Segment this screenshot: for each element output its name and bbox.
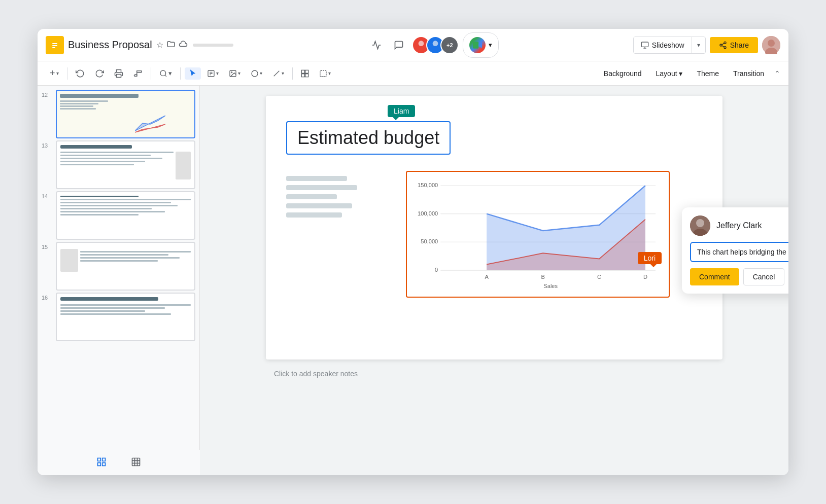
slide-item-15[interactable]: 15 — [42, 242, 195, 291]
share-btn[interactable]: Share — [710, 37, 758, 53]
insert-arrow: ▾ — [56, 70, 59, 76]
slideshow-dropdown-btn[interactable]: ▾ — [692, 38, 705, 53]
svg-rect-60 — [102, 458, 106, 461]
slide-number-12: 12 — [42, 90, 52, 98]
line-btn[interactable]: ▾ — [268, 67, 288, 80]
slide-thumb-16[interactable] — [56, 293, 195, 341]
meet-label: ▾ — [489, 41, 492, 49]
svg-text:100,000: 100,000 — [418, 210, 438, 217]
slide-item-16[interactable]: 16 — [42, 293, 195, 341]
slide-item-14[interactable]: 14 — [42, 191, 195, 240]
svg-line-16 — [721, 46, 724, 47]
slide-grid-view-btn[interactable] — [127, 453, 145, 473]
star-icon[interactable]: ☆ — [156, 40, 163, 50]
comment-cancel-btn[interactable]: Cancel — [743, 268, 785, 285]
activity-icon-btn[interactable] — [367, 36, 386, 54]
shape-arrow: ▾ — [260, 70, 262, 76]
format-paint-btn[interactable] — [129, 67, 147, 80]
user-avatar[interactable] — [762, 36, 780, 54]
slide-thumb-14[interactable] — [56, 191, 195, 240]
slide-title-box[interactable]: Estimated budget — [286, 121, 451, 155]
slideshow-btn-group: Slideshow ▾ — [633, 37, 706, 54]
svg-line-17 — [721, 43, 724, 45]
comments-icon-btn[interactable] — [390, 36, 408, 54]
svg-point-19 — [768, 40, 775, 47]
svg-text:D: D — [643, 274, 647, 280]
undo-btn[interactable] — [72, 67, 89, 80]
slideshow-main-btn[interactable]: Slideshow — [634, 37, 692, 53]
meet-btn[interactable]: ▾ — [463, 32, 499, 58]
comment-input[interactable] — [690, 242, 788, 262]
svg-point-13 — [724, 42, 726, 44]
svg-rect-33 — [301, 70, 304, 73]
speaker-notes[interactable]: Click to add speaker notes — [266, 364, 722, 384]
shape-btn[interactable]: ▾ — [247, 67, 266, 80]
svg-text:50,000: 50,000 — [421, 238, 438, 244]
svg-point-5 — [417, 46, 426, 51]
image-arrow: ▾ — [238, 70, 240, 76]
background-btn[interactable]: Background — [600, 67, 646, 80]
svg-rect-1 — [52, 43, 57, 44]
svg-rect-2 — [52, 45, 57, 46]
editor-area: Liam Estimated budget — [200, 86, 788, 475]
zoom-label: ▾ — [168, 69, 172, 77]
slides-panel: 12 — [38, 86, 200, 475]
app-icon — [46, 36, 64, 54]
slide-number-16: 16 — [42, 293, 52, 301]
slide-thumb-12[interactable] — [56, 90, 195, 138]
theme-btn[interactable]: Theme — [693, 67, 723, 80]
image-btn[interactable]: ▾ — [225, 67, 245, 80]
transition-btn[interactable]: Transition — [729, 67, 768, 80]
svg-rect-62 — [102, 463, 106, 466]
header: Business Proposal ☆ — [38, 29, 788, 61]
slide-number-13: 13 — [42, 140, 52, 149]
avatar-more[interactable]: +2 — [440, 36, 459, 54]
comment-avatar — [690, 215, 710, 236]
last-saved — [193, 44, 233, 47]
slide-canvas[interactable]: Liam Estimated budget — [266, 96, 722, 359]
svg-point-30 — [231, 71, 232, 73]
svg-rect-34 — [305, 70, 308, 73]
redo-btn[interactable] — [91, 67, 108, 80]
cloud-icon[interactable] — [179, 40, 188, 51]
doc-title[interactable]: Business Proposal — [68, 39, 152, 51]
print-btn[interactable] — [110, 67, 127, 80]
slides-panel-footer — [38, 450, 200, 475]
svg-rect-36 — [305, 74, 308, 77]
svg-point-31 — [252, 70, 258, 77]
separator-3 — [180, 67, 181, 80]
comment-submit-btn[interactable]: Comment — [690, 268, 739, 285]
slide-list-view-btn[interactable] — [92, 453, 111, 473]
separator-1 — [67, 67, 67, 80]
svg-rect-10 — [641, 42, 648, 47]
slide-number-14: 14 — [42, 191, 52, 199]
main-content: 12 — [38, 86, 788, 475]
slide-thumb-13[interactable] — [56, 140, 195, 189]
collapse-toolbar-btn[interactable]: ⌃ — [774, 69, 780, 78]
layout-btn[interactable]: Layout ▾ — [652, 67, 687, 80]
chart-container[interactable]: 150,000 100,000 50,000 0 — [406, 171, 670, 298]
comment-username: Jeffery Clark — [716, 221, 762, 230]
insert-special-btn[interactable] — [297, 67, 313, 80]
insert-btn[interactable]: + ▾ — [46, 66, 63, 81]
svg-text:0: 0 — [435, 267, 438, 273]
svg-rect-8 — [473, 42, 478, 49]
svg-rect-63 — [132, 458, 140, 466]
svg-line-32 — [273, 70, 279, 76]
slide-item-12[interactable]: 12 — [42, 90, 195, 138]
share-label: Share — [730, 41, 749, 49]
zoom-btn[interactable]: ▾ — [155, 67, 176, 80]
select-tool-btn[interactable] — [185, 67, 201, 80]
insert-icon: + — [50, 68, 55, 79]
svg-point-15 — [724, 46, 726, 48]
placeholder-btn[interactable]: ▾ — [315, 67, 335, 80]
slide-thumb-15[interactable] — [56, 242, 195, 291]
textbox-btn[interactable]: ▾ — [203, 67, 223, 80]
svg-rect-3 — [52, 47, 55, 48]
separator-4 — [292, 67, 293, 80]
toolbar: + ▾ ▾ ▾ — [38, 61, 788, 86]
folder-icon[interactable] — [166, 40, 176, 51]
avatar-stack: +2 — [412, 36, 459, 54]
slide-item-13[interactable]: 13 — [42, 140, 195, 189]
svg-point-23 — [160, 70, 166, 76]
